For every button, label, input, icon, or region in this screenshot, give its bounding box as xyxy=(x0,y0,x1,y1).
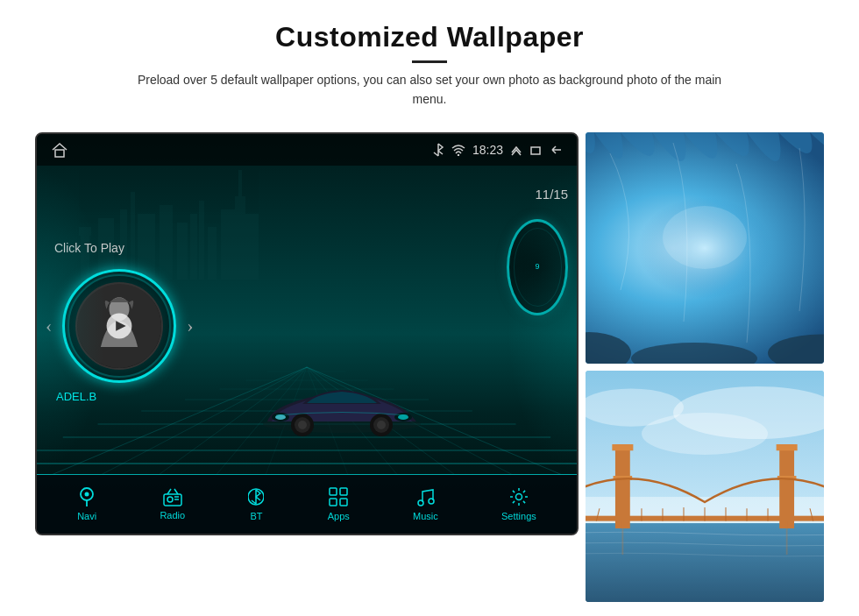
subtitle: Preload over 5 default wallpaper options… xyxy=(123,70,736,110)
nav-item-bt[interactable]: BT xyxy=(248,486,264,521)
svg-point-71 xyxy=(663,206,747,269)
title-divider xyxy=(412,60,447,63)
bluetooth-status-icon xyxy=(432,142,444,158)
home-icon xyxy=(51,142,68,158)
navi-icon xyxy=(77,486,96,507)
svg-rect-59 xyxy=(330,488,337,495)
svg-rect-60 xyxy=(340,488,347,495)
nav-item-radio[interactable]: Radio xyxy=(160,487,185,520)
svg-rect-47 xyxy=(531,147,540,154)
svg-point-46 xyxy=(458,154,459,156)
nav-item-settings[interactable]: Settings xyxy=(501,486,536,521)
page-title: Customized Wallpaper xyxy=(123,21,736,53)
back-icon xyxy=(549,144,563,156)
svg-rect-62 xyxy=(340,499,347,506)
svg-rect-61 xyxy=(330,499,337,506)
svg-point-64 xyxy=(429,499,434,504)
radio-icon xyxy=(162,487,183,506)
nav-bar: Navi Radio xyxy=(37,474,577,534)
expand-icon xyxy=(510,144,522,156)
navi-label: Navi xyxy=(77,511,96,521)
wallpaper-thumb-bridge[interactable] xyxy=(586,371,824,602)
right-panel: 11/15 9 xyxy=(428,178,568,315)
date-display: 11/15 xyxy=(535,187,568,202)
ice-cave-svg xyxy=(586,132,824,364)
svg-rect-45 xyxy=(55,150,64,157)
svg-point-63 xyxy=(418,500,423,506)
content-area: 18:23 Clic xyxy=(35,132,824,602)
nav-item-apps[interactable]: Apps xyxy=(328,486,350,521)
status-time: 18:23 xyxy=(472,143,503,157)
svg-point-44 xyxy=(377,421,386,429)
svg-rect-79 xyxy=(615,444,630,528)
prev-button[interactable]: ‹ xyxy=(46,315,52,337)
status-bar: 18:23 xyxy=(37,134,577,166)
bt-label: BT xyxy=(250,511,262,521)
bt-icon xyxy=(248,486,264,507)
svg-rect-82 xyxy=(779,444,794,528)
next-button[interactable]: › xyxy=(187,315,193,337)
svg-point-53 xyxy=(85,492,89,497)
album-section: ‹ xyxy=(46,269,273,383)
gauge-circle: 9 xyxy=(507,219,568,315)
click-to-play-label: Click To Play xyxy=(54,241,124,255)
wifi-status-icon xyxy=(451,144,465,156)
artist-name: ADEL.B xyxy=(56,390,96,403)
radio-label: Radio xyxy=(160,510,185,520)
album-ring xyxy=(62,269,176,383)
apps-label: Apps xyxy=(328,511,350,521)
svg-rect-83 xyxy=(777,444,798,450)
car-screen: 18:23 Clic xyxy=(35,132,579,535)
apps-icon xyxy=(328,486,349,507)
music-label: Music xyxy=(413,511,438,521)
wallpaper-thumbnails xyxy=(586,132,824,602)
window-icon xyxy=(529,144,542,156)
bridge-svg xyxy=(586,371,824,602)
page-wrapper: Customized Wallpaper Preload over 5 defa… xyxy=(0,0,859,616)
settings-label: Settings xyxy=(501,511,536,521)
wallpaper-thumb-ice[interactable] xyxy=(586,132,824,364)
settings-icon xyxy=(508,486,529,507)
nav-item-music[interactable]: Music xyxy=(413,486,438,521)
status-right: 18:23 xyxy=(432,142,563,158)
nav-item-navi[interactable]: Navi xyxy=(77,486,96,521)
svg-point-55 xyxy=(167,497,173,502)
svg-point-41 xyxy=(298,421,307,429)
status-left xyxy=(51,142,68,158)
album-art xyxy=(75,282,163,370)
car-image xyxy=(254,376,430,446)
title-section: Customized Wallpaper Preload over 5 defa… xyxy=(123,21,736,124)
music-player: Click To Play ‹ xyxy=(46,178,273,467)
svg-rect-80 xyxy=(612,444,633,450)
music-icon xyxy=(415,486,435,507)
svg-point-65 xyxy=(515,494,522,500)
